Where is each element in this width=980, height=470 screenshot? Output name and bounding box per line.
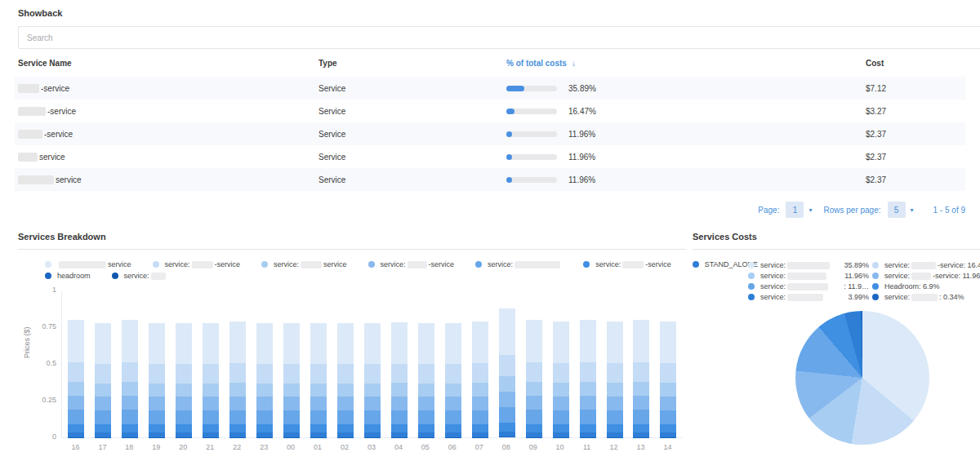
bar-segment (445, 384, 461, 397)
bar-segment (203, 397, 219, 410)
redacted-legend-text (301, 261, 322, 268)
bar-segment (203, 323, 219, 365)
legend-dot (872, 283, 879, 290)
legend-dot (475, 261, 482, 268)
pct-progress-track (506, 177, 557, 183)
service-name-cell: -service (15, 84, 315, 93)
bar-segment (337, 410, 354, 424)
table-row[interactable]: serviceService11.96%$2.37 (15, 168, 965, 191)
legend-item[interactable]: service:-service (153, 260, 241, 268)
legend-label: service: (884, 272, 910, 280)
legend-label: service: (760, 293, 786, 301)
bar-segment (472, 363, 488, 383)
rows-chevron-down-icon[interactable]: ▾ (911, 206, 914, 214)
redacted-service-name (18, 107, 46, 116)
legend-item[interactable]: Headroom: 6.9% (872, 282, 980, 290)
bar-segment (68, 396, 84, 410)
legend-item[interactable]: service:: 0.34% (872, 293, 980, 301)
legend-item[interactable]: service:-service: 16.47% (872, 261, 980, 269)
bar-segment (337, 397, 354, 410)
pct-progress-track (506, 86, 557, 91)
bar-segment (607, 397, 623, 410)
x-tick-label: 23 (256, 443, 272, 451)
legend-item[interactable]: service:3.99% (748, 293, 869, 301)
legend-dot (45, 273, 51, 279)
bar-segment (203, 410, 219, 424)
bar-segment (418, 424, 434, 432)
bar-segment (472, 410, 488, 424)
bar-segment (176, 384, 192, 397)
rows-per-page-label: Rows per page: (823, 206, 880, 215)
legend-item[interactable]: headroom (45, 272, 91, 280)
search-input[interactable] (18, 26, 980, 49)
bar-segment (256, 364, 273, 383)
bar-segment (256, 397, 273, 410)
legend-label: service: (381, 260, 406, 268)
rows-per-page-select[interactable]: 5 (888, 202, 906, 218)
legend-item[interactable]: service:-service: 11.96% (872, 272, 980, 280)
stacked-bar (391, 322, 408, 437)
page-select[interactable]: 1 (786, 202, 804, 218)
stacked-bar-chart: Prices ($) 00.250.50.751 161718192021222… (18, 288, 686, 454)
bar-segment (445, 323, 461, 365)
bar-segment (526, 362, 542, 382)
bar-segment (445, 364, 461, 383)
legend-dot (45, 261, 51, 268)
services-costs-panel: Services Costs service:35.89%service:-se… (693, 232, 980, 454)
legend-item[interactable]: service: (112, 272, 167, 280)
x-tick-label: 11 (579, 443, 595, 451)
legend-item[interactable]: service: (475, 260, 562, 268)
bar-segment (526, 382, 542, 396)
redacted-legend-text (622, 261, 644, 268)
x-tick-label: 22 (229, 443, 245, 451)
legend-item[interactable]: service (45, 260, 131, 268)
bar-segment (553, 363, 569, 383)
legend-item[interactable]: service:-service (368, 260, 455, 268)
pct-progress-fill (506, 177, 512, 183)
legend-item[interactable]: service:35.89% (748, 261, 869, 269)
service-name-suffix: -service (47, 107, 76, 116)
column-header-pct-sort[interactable]: % of total costs↓ (503, 59, 862, 68)
bar-segment (95, 364, 111, 383)
table-row[interactable]: -serviceService16.47%$3.27 (15, 100, 965, 122)
stacked-bar (633, 320, 649, 437)
bar-segment (364, 397, 381, 410)
bar-segment (418, 323, 434, 365)
legend-label-suffix: 3.99% (848, 293, 869, 301)
legend-dot (748, 283, 755, 290)
table-row[interactable]: -serviceService35.89%$7.12 (15, 77, 965, 100)
redacted-service-name (18, 153, 38, 162)
sort-desc-icon[interactable]: ↓ (572, 59, 576, 68)
service-name-suffix: -service (41, 84, 69, 93)
page-title: Showback (0, 0, 980, 18)
bar-segment (310, 384, 327, 397)
page-chevron-down-icon[interactable]: ▾ (808, 206, 812, 214)
table-row[interactable]: -serviceService11.96%$2.37 (15, 122, 965, 145)
bar-segment (418, 410, 434, 424)
bar-segment (283, 323, 300, 365)
legend-item[interactable]: service:: 11.9… (748, 282, 869, 290)
bar-segment (283, 397, 300, 410)
redacted-service-name (18, 175, 54, 184)
bar-segment (633, 362, 649, 382)
legend-item[interactable]: service:-service (583, 260, 671, 268)
x-tick-label: 12 (606, 443, 622, 451)
legend-item[interactable]: service:service (261, 260, 347, 268)
stacked-bar (283, 323, 300, 437)
services-breakdown-title: Services Breakdown (18, 232, 686, 250)
legend-item[interactable]: service:11.96% (748, 272, 869, 280)
bar-segment (149, 410, 165, 424)
bar-segment (68, 410, 84, 423)
stacked-bar (68, 320, 84, 437)
legend-label-suffix: -service (429, 260, 455, 268)
pagination: Page: 1 ▾ Rows per page: 5 ▾ 1 - 5 of 9 (0, 201, 965, 219)
bar-segment (229, 410, 246, 424)
bar-segment (445, 424, 461, 432)
bar-segment (95, 384, 111, 397)
x-tick-label: 09 (525, 443, 541, 451)
x-tick-label: 16 (67, 443, 83, 451)
bar-segment (95, 323, 111, 365)
legend-dot (872, 294, 879, 300)
bar-segment (122, 410, 138, 423)
table-row[interactable]: serviceService11.96%$2.37 (15, 145, 965, 168)
